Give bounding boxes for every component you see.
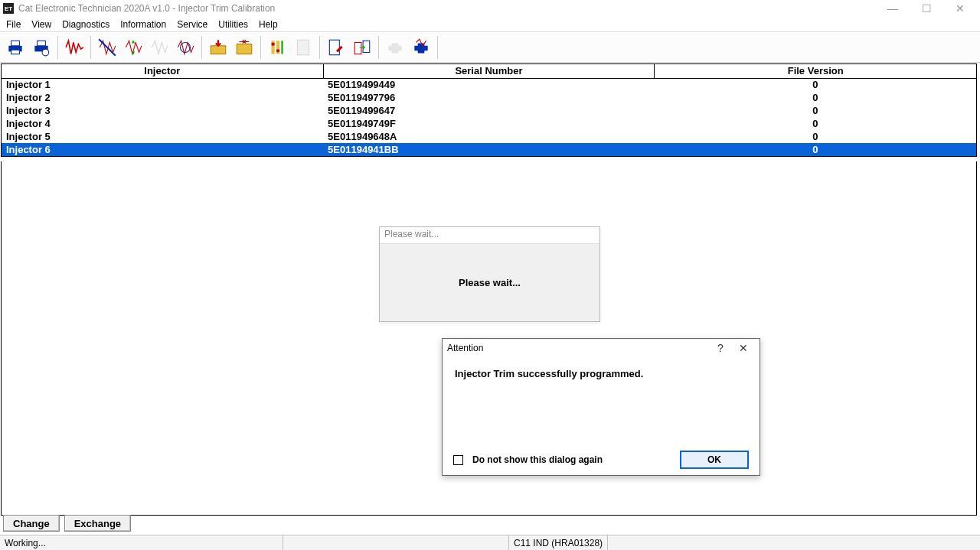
cell-version: 0: [655, 143, 976, 156]
cell-serial: 5E011949648A: [323, 130, 655, 143]
svg-rect-16: [354, 42, 361, 54]
table-row[interactable]: Injector 45E011949749F0: [2, 117, 976, 130]
cell-version: 0: [655, 104, 976, 117]
minimize-button[interactable]: —: [876, 0, 910, 17]
menu-help[interactable]: Help: [259, 19, 278, 30]
window-title: Cat Electronic Technician 2020A v1.0 - I…: [18, 3, 876, 14]
exchange-button[interactable]: Exchange: [64, 515, 131, 532]
svg-rect-2: [11, 50, 20, 54]
waveform-icon[interactable]: [62, 35, 87, 60]
doc-swap-icon[interactable]: [350, 35, 374, 60]
cell-injector: Injector 3: [2, 104, 323, 117]
cell-injector: Injector 6: [2, 143, 323, 156]
cell-serial: 5E0119499647: [323, 104, 655, 117]
diag-3-icon: [147, 35, 172, 60]
menu-bar: File View Diagnostics Information Servic…: [0, 17, 980, 32]
col-injector[interactable]: Injector: [2, 64, 323, 78]
svg-point-13: [276, 49, 279, 52]
svg-line-6: [99, 39, 116, 56]
attention-title: Attention: [447, 343, 709, 353]
menu-utilities[interactable]: Utilities: [218, 19, 248, 30]
diag-4-icon[interactable]: [173, 35, 198, 60]
ecm-swap-icon[interactable]: [232, 35, 256, 60]
menu-file[interactable]: File: [6, 19, 21, 30]
cell-injector: Injector 5: [2, 130, 323, 143]
cell-injector: Injector 4: [2, 117, 323, 130]
injector-table: Injector Serial Number File Version Inje…: [1, 63, 977, 157]
status-bar: Working... C11 IND (HRA01328): [0, 535, 980, 550]
svg-rect-9: [237, 44, 252, 54]
app-icon: ET: [3, 3, 14, 14]
cell-serial: 5E011949749F: [323, 117, 655, 130]
cell-version: 0: [655, 91, 976, 104]
change-button[interactable]: Change: [3, 515, 60, 532]
status-pane-1: [283, 535, 509, 550]
table-header-row: Injector Serial Number File Version: [2, 64, 976, 78]
col-serial[interactable]: Serial Number: [323, 64, 655, 78]
engine-diag-icon[interactable]: [409, 35, 433, 60]
doc-edit-icon[interactable]: [324, 35, 348, 60]
report-icon: [291, 35, 315, 60]
cell-version: 0: [655, 117, 976, 130]
config-icon[interactable]: [265, 35, 289, 60]
cell-injector: Injector 1: [2, 78, 323, 91]
diag-2-icon[interactable]: [121, 35, 145, 60]
svg-point-5: [42, 49, 49, 56]
svg-point-12: [271, 42, 274, 45]
please-wait-message: Please wait...: [380, 244, 599, 321]
ok-button[interactable]: OK: [680, 451, 749, 469]
print-preview-icon[interactable]: [29, 35, 54, 60]
table-row[interactable]: Injector 15E01194994490: [2, 78, 976, 91]
attention-message: Injector Trim successfully programmed.: [443, 357, 760, 390]
dialog-close-button[interactable]: ✕: [732, 342, 755, 354]
menu-diagnostics[interactable]: Diagnostics: [62, 19, 109, 30]
menu-information[interactable]: Information: [120, 19, 166, 30]
svg-rect-8: [211, 45, 226, 54]
table-row[interactable]: Injector 55E011949648A0: [2, 130, 976, 143]
print-icon[interactable]: [3, 35, 28, 60]
cell-serial: 5E01194941BB: [323, 143, 655, 156]
maximize-button[interactable]: ☐: [910, 0, 943, 17]
dialog-help-button[interactable]: ?: [709, 342, 732, 354]
diag-1-icon[interactable]: [95, 35, 119, 60]
svg-rect-15: [329, 40, 339, 55]
table-row[interactable]: Injector 65E01194941BB0: [2, 143, 976, 156]
svg-rect-1: [11, 41, 20, 46]
please-wait-dialog: Please wait... Please wait...: [379, 226, 600, 322]
status-device: C11 IND (HRA01328): [509, 535, 608, 550]
engine-icon: [383, 35, 407, 60]
status-text: Working...: [0, 535, 283, 550]
cell-injector: Injector 2: [2, 91, 323, 104]
col-version[interactable]: File Version: [655, 64, 976, 78]
ecm-download-icon[interactable]: [206, 35, 230, 60]
menu-service[interactable]: Service: [177, 19, 207, 30]
dont-show-checkbox[interactable]: [453, 455, 463, 465]
cell-serial: 5E0119497796: [323, 91, 655, 104]
footer-buttons: Change Exchange: [3, 515, 131, 532]
toolbar: [0, 32, 980, 63]
cell-version: 0: [655, 78, 976, 91]
table-row[interactable]: Injector 25E01194977960: [2, 91, 976, 104]
cell-serial: 5E0119499449: [323, 78, 655, 91]
attention-dialog: Attention ? ✕ Injector Trim successfully…: [442, 338, 760, 476]
table-row[interactable]: Injector 35E01194996470: [2, 104, 976, 117]
close-button[interactable]: ✕: [943, 0, 977, 17]
menu-view[interactable]: View: [31, 19, 51, 30]
svg-rect-4: [38, 41, 46, 46]
window-titlebar: ET Cat Electronic Technician 2020A v1.0 …: [0, 0, 980, 17]
svg-rect-14: [297, 40, 309, 55]
please-wait-title: Please wait...: [380, 227, 599, 244]
dont-show-label: Do not show this dialog again: [472, 454, 603, 465]
cell-version: 0: [655, 130, 976, 143]
